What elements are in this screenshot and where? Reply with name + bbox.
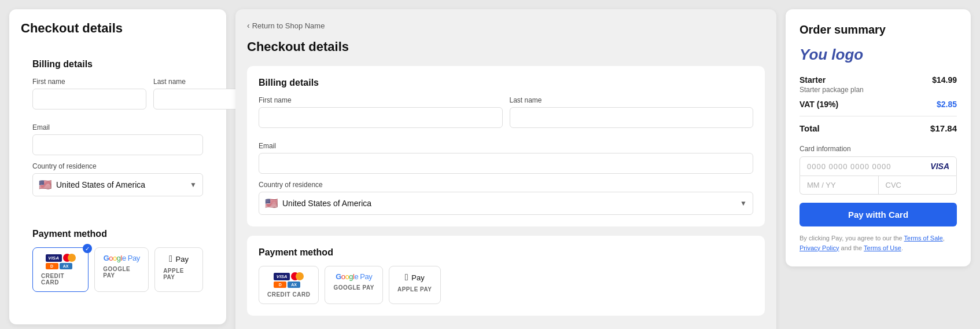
card-expiry-field[interactable]: MM / YY	[800, 176, 879, 194]
middle-visa-icon: VISA	[274, 273, 290, 280]
left-billing-card: Billing details First name Last name Ema…	[21, 47, 215, 208]
apple-pay-label: APPLE PAY	[163, 268, 194, 280]
middle-credit-card-option[interactable]: VISA D AX CREDIT CARD	[259, 266, 319, 304]
card-info-label: Card information	[800, 145, 957, 153]
middle-billing-card: Billing details First name Last name Ema…	[247, 66, 765, 226]
terms-prefix: By clicking Pay, you agree to our the	[800, 235, 902, 242]
country-group: Country of residence 🇺🇸 United States of…	[32, 162, 203, 196]
google-pay-icon: Google Pay	[104, 254, 140, 262]
middle-email-input[interactable]	[259, 153, 753, 174]
credit-card-option[interactable]: ✓ VISA D AX	[32, 247, 89, 292]
middle-payment-options: VISA D AX CREDIT CARD	[259, 266, 753, 304]
middle-billing-title: Billing details	[259, 78, 753, 88]
middle-first-name-group: First name	[259, 96, 503, 128]
first-name-label: First name	[32, 78, 146, 86]
product-name: Starter	[800, 75, 864, 85]
middle-flag-icon: 🇺🇸	[265, 197, 278, 210]
middle-chevron-down-icon: ▼	[740, 199, 747, 207]
middle-last-name-input[interactable]	[510, 107, 754, 128]
privacy-policy-link[interactable]: Privacy Policy	[800, 244, 839, 251]
middle-name-row: First name Last name	[259, 96, 753, 135]
chevron-down-icon: ▼	[190, 181, 197, 189]
mastercard-icon	[63, 254, 76, 262]
middle-country-label: Country of residence	[259, 181, 753, 189]
product-description: Starter package plan	[800, 86, 864, 94]
card-number-placeholder: 0000 0000 0000 0000	[807, 162, 891, 171]
vat-amount: $2.85	[937, 100, 957, 109]
middle-apple-pay-option[interactable]:  Pay APPLE PAY	[389, 266, 441, 304]
product-row: Starter Starter package plan $14.99	[800, 75, 957, 94]
total-label: Total	[800, 123, 820, 133]
middle-first-name-input[interactable]	[259, 107, 503, 128]
middle-mastercard-icon	[291, 272, 304, 280]
middle-apple-pay-icon:  Pay	[405, 272, 425, 283]
right-panel: Order summary You logo Starter Starter p…	[786, 9, 971, 266]
middle-country-name: United States of America	[282, 199, 371, 208]
middle-credit-card-icons: VISA D AX	[274, 272, 304, 288]
middle-credit-card-label: CREDIT CARD	[267, 291, 310, 298]
credit-card-icons: VISA D AX	[46, 254, 76, 269]
name-row: First name Last name	[32, 78, 203, 116]
card-number-field[interactable]: 0000 0000 0000 0000 VISA	[800, 156, 957, 176]
first-name-group: First name	[32, 78, 146, 109]
total-amount: $17.84	[930, 123, 957, 133]
discover-icon: D	[46, 263, 58, 269]
apple-pay-option[interactable]:  Pay APPLE PAY	[154, 247, 203, 292]
middle-last-name-group: Last name	[510, 96, 754, 135]
flag-icon: 🇺🇸	[39, 178, 51, 191]
middle-payment-title: Payment method	[259, 247, 753, 258]
left-payment-card: Payment method ✓ VISA	[21, 217, 215, 304]
left-page-title: Checkout details	[21, 21, 215, 36]
middle-google-pay-icon: Google Pay	[336, 272, 372, 281]
visa-card-icon: VISA	[930, 162, 949, 171]
first-name-input[interactable]	[32, 89, 146, 109]
selected-check-icon: ✓	[83, 244, 92, 253]
middle-google-pay-option[interactable]: Google Pay GOOGLE PAY	[325, 266, 383, 304]
middle-apple-pay-label: APPLE PAY	[397, 286, 432, 293]
middle-country-group: Country of residence 🇺🇸 United States of…	[259, 181, 753, 215]
email-label: Email	[32, 123, 203, 131]
credit-card-label: CREDIT CARD	[41, 273, 80, 286]
middle-email-label: Email	[259, 142, 753, 150]
google-pay-option[interactable]: Google Pay GOOGLE PAY	[94, 247, 149, 292]
middle-email-group: Email	[259, 142, 753, 174]
product-price: $14.99	[932, 75, 957, 85]
terms-and: and the	[841, 244, 863, 251]
back-label: Return to Shop Name	[252, 21, 325, 30]
country-value-display: 🇺🇸 United States of America	[39, 178, 145, 191]
country-name: United States of America	[56, 180, 145, 189]
pay-button[interactable]: Pay witth Card	[800, 203, 957, 226]
country-label: Country of residence	[32, 162, 203, 170]
terms-text: By clicking Pay, you agree to our the Te…	[800, 233, 957, 253]
company-logo: You logo	[800, 46, 957, 64]
country-dropdown[interactable]: 🇺🇸 United States of America ▼	[32, 173, 203, 196]
card-bottom-fields: MM / YY CVC	[800, 176, 957, 195]
middle-country-dropdown[interactable]: 🇺🇸 United States of America ▼	[259, 192, 753, 215]
middle-amex-icon: AX	[288, 282, 300, 288]
vat-row: VAT (19%) $2.85	[800, 100, 957, 109]
card-cvc-field[interactable]: CVC	[879, 176, 957, 194]
back-navigation[interactable]: ‹ Return to Shop Name	[247, 21, 765, 30]
middle-payment-card: Payment method VISA D	[247, 236, 765, 316]
email-group: Email	[32, 123, 203, 155]
visa-icon: VISA	[46, 254, 62, 262]
apple-pay-icon:  Pay	[169, 254, 189, 264]
middle-panel: ‹ Return to Shop Name Checkout details B…	[235, 9, 776, 329]
terms-of-use-link[interactable]: Terms of Use	[864, 244, 901, 251]
middle-page-title: Checkout details	[247, 39, 765, 54]
middle-first-name-label: First name	[259, 96, 503, 104]
order-summary-title: Order summary	[800, 23, 957, 36]
order-divider	[800, 116, 957, 116]
vat-label: VAT (19%)	[800, 100, 838, 109]
footer-bar: S SECURED BY SECTIGO Sold by ↻ Transacti…	[247, 325, 765, 329]
middle-last-name-label: Last name	[510, 96, 754, 104]
middle-discover-icon: D	[274, 282, 286, 288]
left-payment-title: Payment method	[32, 229, 203, 239]
middle-country-value-display: 🇺🇸 United States of America	[265, 197, 371, 210]
google-pay-label: GOOGLE PAY	[103, 266, 140, 279]
terms-of-sale-link[interactable]: Terms of Sale	[904, 235, 943, 242]
left-billing-title: Billing details	[32, 59, 203, 70]
back-chevron-icon: ‹	[247, 21, 250, 30]
email-input[interactable]	[32, 134, 203, 155]
middle-google-pay-label: GOOGLE PAY	[333, 284, 374, 291]
